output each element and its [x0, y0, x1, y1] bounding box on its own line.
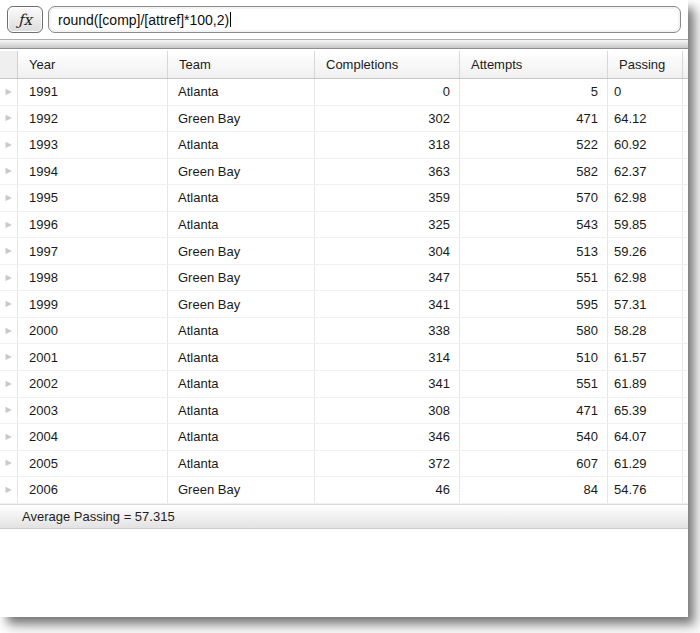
cell-completions[interactable]: 363 [315, 159, 460, 185]
table-row[interactable]: ▶ 1995 Atlanta 359 570 62.98 [0, 185, 688, 212]
table-row[interactable]: ▶ 2004 Atlanta 346 540 64.07 [0, 424, 688, 451]
table-row[interactable]: ▶ 1992 Green Bay 302 471 64.12 [0, 106, 688, 133]
cell-team[interactable]: Atlanta [168, 424, 315, 450]
table-row[interactable]: ▶ 1991 Atlanta 0 5 0 [0, 79, 688, 106]
row-selector[interactable]: ▶ [0, 398, 18, 424]
cell-completions[interactable]: 346 [315, 424, 460, 450]
cell-passing[interactable]: 64.07 [608, 424, 683, 450]
cell-passing[interactable]: 54.76 [608, 477, 683, 503]
cell-completions[interactable]: 372 [315, 451, 460, 477]
cell-team[interactable]: Atlanta [168, 185, 315, 211]
cell-year[interactable]: 1999 [18, 291, 168, 317]
row-selector[interactable]: ▶ [0, 212, 18, 238]
cell-attempts[interactable]: 510 [460, 344, 608, 370]
cell-team[interactable]: Green Bay [168, 238, 315, 264]
table-row[interactable]: ▶ 1996 Atlanta 325 543 59.85 [0, 212, 688, 239]
cell-completions[interactable]: 347 [315, 265, 460, 291]
header-cell-attempts[interactable]: Attempts [460, 51, 608, 78]
cell-team[interactable]: Green Bay [168, 477, 315, 503]
header-cell-passing[interactable]: Passing [608, 51, 683, 78]
cell-attempts[interactable]: 570 [460, 185, 608, 211]
cell-passing[interactable]: 59.85 [608, 212, 683, 238]
cell-team[interactable]: Atlanta [168, 398, 315, 424]
cell-year[interactable]: 1993 [18, 132, 168, 158]
cell-team[interactable]: Atlanta [168, 79, 315, 105]
cell-passing[interactable]: 59.26 [608, 238, 683, 264]
cell-team[interactable]: Atlanta [168, 371, 315, 397]
row-selector[interactable]: ▶ [0, 371, 18, 397]
cell-passing[interactable]: 61.89 [608, 371, 683, 397]
cell-passing[interactable]: 62.98 [608, 185, 683, 211]
table-row[interactable]: ▶ 2006 Green Bay 46 84 54.76 [0, 477, 688, 504]
table-row[interactable]: ▶ 2001 Atlanta 314 510 61.57 [0, 344, 688, 371]
formula-input[interactable]: round([comp]/[attref]*100,2) [48, 6, 681, 33]
cell-passing[interactable]: 57.31 [608, 291, 683, 317]
cell-year[interactable]: 1991 [18, 79, 168, 105]
cell-completions[interactable]: 341 [315, 291, 460, 317]
cell-year[interactable]: 1997 [18, 238, 168, 264]
cell-passing[interactable]: 65.39 [608, 398, 683, 424]
table-row[interactable]: ▶ 1997 Green Bay 304 513 59.26 [0, 238, 688, 265]
cell-team[interactable]: Atlanta [168, 318, 315, 344]
row-selector[interactable]: ▶ [0, 106, 18, 132]
cell-passing[interactable]: 61.29 [608, 451, 683, 477]
table-row[interactable]: ▶ 2005 Atlanta 372 607 61.29 [0, 451, 688, 478]
cell-year[interactable]: 1998 [18, 265, 168, 291]
row-selector[interactable]: ▶ [0, 291, 18, 317]
cell-completions[interactable]: 46 [315, 477, 460, 503]
cell-attempts[interactable]: 551 [460, 371, 608, 397]
cell-attempts[interactable]: 595 [460, 291, 608, 317]
cell-completions[interactable]: 308 [315, 398, 460, 424]
cell-completions[interactable]: 341 [315, 371, 460, 397]
cell-year[interactable]: 1996 [18, 212, 168, 238]
cell-year[interactable]: 2003 [18, 398, 168, 424]
cell-passing[interactable]: 58.28 [608, 318, 683, 344]
row-selector[interactable]: ▶ [0, 451, 18, 477]
cell-completions[interactable]: 359 [315, 185, 460, 211]
cell-attempts[interactable]: 522 [460, 132, 608, 158]
cell-year[interactable]: 2006 [18, 477, 168, 503]
cell-year[interactable]: 2002 [18, 371, 168, 397]
header-cell-year[interactable]: Year [18, 51, 168, 78]
table-row[interactable]: ▶ 1999 Green Bay 341 595 57.31 [0, 291, 688, 318]
cell-passing[interactable]: 61.57 [608, 344, 683, 370]
row-selector[interactable]: ▶ [0, 344, 18, 370]
table-row[interactable]: ▶ 1998 Green Bay 347 551 62.98 [0, 265, 688, 292]
row-selector[interactable]: ▶ [0, 132, 18, 158]
cell-completions[interactable]: 314 [315, 344, 460, 370]
table-row[interactable]: ▶ 1994 Green Bay 363 582 62.37 [0, 159, 688, 186]
row-selector[interactable]: ▶ [0, 185, 18, 211]
header-cell-team[interactable]: Team [168, 51, 315, 78]
cell-passing[interactable]: 0 [608, 79, 683, 105]
table-row[interactable]: ▶ 2002 Atlanta 341 551 61.89 [0, 371, 688, 398]
row-selector[interactable]: ▶ [0, 318, 18, 344]
cell-year[interactable]: 1994 [18, 159, 168, 185]
row-selector[interactable]: ▶ [0, 159, 18, 185]
cell-team[interactable]: Atlanta [168, 344, 315, 370]
cell-team[interactable]: Green Bay [168, 265, 315, 291]
cell-attempts[interactable]: 582 [460, 159, 608, 185]
cell-completions[interactable]: 0 [315, 79, 460, 105]
cell-attempts[interactable]: 513 [460, 238, 608, 264]
cell-team[interactable]: Atlanta [168, 451, 315, 477]
table-row[interactable]: ▶ 2000 Atlanta 338 580 58.28 [0, 318, 688, 345]
row-selector[interactable]: ▶ [0, 477, 18, 503]
cell-attempts[interactable]: 471 [460, 398, 608, 424]
cell-year[interactable]: 2005 [18, 451, 168, 477]
table-row[interactable]: ▶ 1993 Atlanta 318 522 60.92 [0, 132, 688, 159]
row-selector[interactable]: ▶ [0, 79, 18, 105]
row-selector[interactable]: ▶ [0, 424, 18, 450]
cell-team[interactable]: Green Bay [168, 159, 315, 185]
cell-completions[interactable]: 302 [315, 106, 460, 132]
cell-year[interactable]: 1995 [18, 185, 168, 211]
cell-year[interactable]: 2000 [18, 318, 168, 344]
cell-attempts[interactable]: 84 [460, 477, 608, 503]
cell-attempts[interactable]: 551 [460, 265, 608, 291]
fx-button[interactable]: ƒx [7, 6, 43, 33]
cell-team[interactable]: Atlanta [168, 212, 315, 238]
cell-attempts[interactable]: 5 [460, 79, 608, 105]
cell-completions[interactable]: 338 [315, 318, 460, 344]
cell-attempts[interactable]: 543 [460, 212, 608, 238]
cell-team[interactable]: Atlanta [168, 132, 315, 158]
cell-completions[interactable]: 325 [315, 212, 460, 238]
